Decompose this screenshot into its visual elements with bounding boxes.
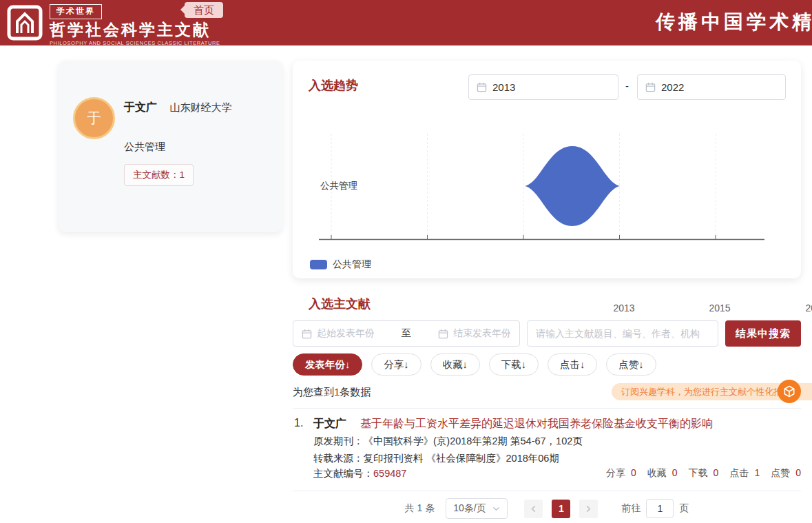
- goto-page-input[interactable]: [646, 499, 674, 518]
- divider: [293, 491, 801, 491]
- stat-like: 点赞0: [771, 467, 801, 480]
- pagination-total: 共 1 条: [405, 502, 435, 515]
- item-reprint-line: 转载来源：复印报刊资料 《社会保障制度》2018年06期: [313, 452, 559, 465]
- legend-label: 公共管理: [333, 258, 371, 271]
- sort-share[interactable]: 分享↓: [371, 353, 421, 376]
- legend-swatch: [310, 260, 327, 269]
- x-tick-label: 2017: [799, 302, 812, 314]
- stat-click: 点击1: [729, 467, 760, 480]
- trend-stream-chart: [293, 61, 801, 278]
- page-number-current[interactable]: 1: [552, 500, 570, 518]
- keyword-search-input[interactable]: [527, 320, 718, 347]
- header: 学术世界 哲学社会科学主文献 PHILOSOPHY AND SOCIAL SCI…: [0, 0, 812, 45]
- author-name-row: 于文广 山东财经大学: [124, 101, 231, 115]
- sort-options-row: 发表年份↓ 分享↓ 收藏↓ 下载↓ 点击↓ 点赞↓: [293, 353, 656, 376]
- site-logo-icon[interactable]: [7, 5, 43, 41]
- result-count: 为您查到1条数据: [293, 386, 371, 399]
- item-stats: 分享0 收藏0 下载0 点击1 点赞0: [606, 467, 801, 480]
- chevron-right-icon: [585, 505, 592, 513]
- item-index: 1.: [294, 417, 313, 431]
- series-stream-blob: [525, 146, 620, 226]
- avatar: 于: [73, 97, 115, 139]
- result-item-header: 1. 于文广 基于年龄与工资水平差异的延迟退休对我国养老保险基金收支平衡的影响: [294, 417, 713, 431]
- stat-share: 分享0: [606, 467, 636, 480]
- stat-collect: 收藏0: [647, 467, 678, 480]
- chevron-down-icon: [492, 505, 500, 513]
- calendar-icon: [438, 329, 448, 339]
- docs-section-heading: 入选主文献: [309, 296, 371, 312]
- author-affiliation: 山东财经大学: [169, 101, 231, 113]
- calendar-icon: [302, 329, 312, 339]
- sort-click[interactable]: 点击↓: [548, 353, 597, 376]
- sort-like[interactable]: 点赞↓: [606, 353, 656, 376]
- item-author[interactable]: 于文广: [313, 417, 346, 431]
- page-size-select[interactable]: 10条/页: [446, 498, 508, 519]
- author-profile-card: 于 于文广 山东财经大学 公共管理 主文献数：1: [59, 61, 282, 232]
- pagination: 共 1 条 10条/页 1 前往 页: [293, 498, 801, 520]
- chevron-left-icon: [530, 505, 537, 513]
- end-year-placeholder[interactable]: 结束发表年份: [453, 327, 511, 340]
- next-page-button[interactable]: [579, 500, 598, 518]
- sort-collect[interactable]: 收藏↓: [430, 353, 480, 376]
- site-title: 哲学社会科学主文献: [50, 20, 220, 40]
- sort-publish-year[interactable]: 发表年份↓: [293, 353, 362, 376]
- author-discipline: 公共管理: [124, 141, 165, 154]
- brand-badge: 学术世界: [50, 4, 102, 19]
- item-source-line: 原发期刊：《中国软科学》(京)2018年第2期 第54-67，102页: [313, 435, 583, 448]
- item-doc-number: 659487: [373, 468, 406, 479]
- start-year-placeholder[interactable]: 起始发表年份: [317, 327, 375, 340]
- nav-home[interactable]: 首页: [185, 2, 223, 18]
- doc-count-badge: 主文献数：1: [124, 164, 194, 186]
- series-row-label: 公共管理: [320, 180, 357, 192]
- header-slogan: 传播中国学术精: [656, 9, 812, 35]
- item-docno-line: 主文献编号：659487: [313, 467, 406, 480]
- item-title-link[interactable]: 基于年龄与工资水平差异的延迟退休对我国养老保险基金收支平衡的影响: [360, 417, 713, 431]
- goto-label: 前往: [621, 502, 641, 515]
- author-name: 于文广: [124, 101, 157, 113]
- x-axis-ticks: [331, 235, 716, 240]
- site-subtitle: PHILOSOPHY AND SOCIAL SCIENCES CLASSIC L…: [50, 40, 220, 46]
- divider: [293, 408, 801, 409]
- range-connector: 至: [402, 327, 411, 340]
- x-tick-label: 2013: [607, 302, 641, 314]
- search-in-results-button[interactable]: 结果中搜索: [725, 320, 801, 347]
- trend-card: 入选趋势 - 2013 2015 2017 2019 2021 公共管理: [293, 61, 801, 278]
- x-tick-label: 2015: [702, 302, 737, 314]
- publish-year-range-picker[interactable]: 起始发表年份 至 结束发表年份: [293, 320, 520, 347]
- cube-icon: [782, 384, 796, 398]
- chart-legend[interactable]: 公共管理: [310, 258, 371, 271]
- subscribe-button[interactable]: [778, 380, 801, 403]
- chart-gridlines: [331, 134, 716, 238]
- goto-suffix: 页: [679, 502, 689, 515]
- prev-page-button[interactable]: [524, 500, 543, 518]
- stat-download: 下载0: [689, 467, 719, 480]
- sort-download[interactable]: 下载↓: [489, 353, 539, 376]
